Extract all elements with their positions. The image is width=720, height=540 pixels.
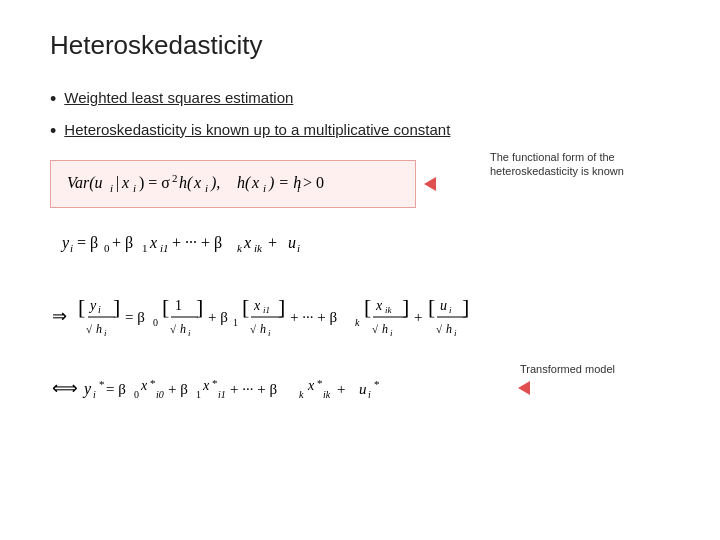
svg-text:i: i	[268, 328, 271, 338]
svg-text:h: h	[382, 322, 388, 336]
svg-text:> 0: > 0	[303, 174, 324, 191]
svg-text:[: [	[242, 294, 249, 319]
svg-text:),: ),	[210, 174, 220, 192]
svg-text:Var(u: Var(u	[67, 174, 103, 192]
equation-row-3: ⇒ [ y i √ h i ] = β 0	[50, 290, 670, 346]
equation-row-1: Var(u i | x i ) = σ 2 h( x i ), h( x i	[50, 160, 670, 208]
svg-text:[: [	[162, 294, 169, 319]
eq4-arrow	[518, 381, 530, 395]
svg-text:i: i	[390, 328, 393, 338]
svg-text:y: y	[88, 298, 97, 313]
svg-text:x: x	[193, 174, 201, 191]
svg-text:+ ··· + β: + ··· + β	[230, 381, 277, 397]
svg-text:√: √	[372, 323, 379, 335]
svg-text:+: +	[337, 381, 345, 397]
svg-text:i: i	[98, 304, 101, 315]
svg-text:+: +	[268, 234, 277, 251]
eq4-annotation: Transformed model	[520, 362, 670, 376]
svg-text:h(: h(	[237, 174, 252, 192]
svg-text:h(: h(	[179, 174, 194, 192]
svg-text:x: x	[243, 234, 251, 251]
svg-text:i: i	[297, 242, 300, 254]
bullet-item-2: Heteroskedasticity is known up to a mult…	[50, 121, 670, 143]
svg-text:*: *	[212, 377, 218, 389]
svg-text:|: |	[116, 174, 119, 192]
svg-text:i: i	[104, 328, 107, 338]
equation-row-4: ⟺ y i * = β 0 x * i0 + β 1 x * i1 +	[50, 368, 670, 408]
svg-text:[: [	[364, 294, 371, 319]
svg-text:h: h	[446, 322, 452, 336]
eq4-svg: ⟺ y i * = β 0 x * i0 + β 1 x * i1 +	[50, 368, 510, 404]
svg-text:*: *	[150, 377, 156, 389]
svg-text:x: x	[251, 174, 259, 191]
svg-text:x: x	[253, 298, 261, 313]
svg-text:i: i	[188, 328, 191, 338]
eq1-svg: Var(u i | x i ) = σ 2 h( x i ), h( x i	[63, 166, 403, 198]
svg-text:i: i	[449, 305, 452, 315]
svg-text:⟺: ⟺	[52, 378, 78, 398]
svg-text:2: 2	[172, 172, 178, 184]
svg-text:x: x	[307, 378, 315, 393]
svg-text:ik: ik	[385, 305, 393, 315]
slide-title: Heteroskedasticity	[50, 30, 670, 61]
svg-text:u: u	[359, 381, 367, 397]
svg-text:]: ]	[278, 294, 285, 319]
svg-text:i: i	[263, 182, 266, 194]
bullet-item-1: Weighted least squares estimation	[50, 89, 670, 111]
svg-text:k: k	[237, 242, 243, 254]
svg-text:x: x	[121, 174, 129, 191]
eq1-annotation: The functional form of the heteroskedast…	[490, 150, 670, 179]
eq2-math: y i = β 0 + β 1 x i1 + ··· + β k x ik + …	[60, 226, 440, 262]
svg-text:k: k	[299, 389, 304, 400]
svg-text:1: 1	[233, 317, 238, 328]
svg-text:0: 0	[104, 242, 110, 254]
svg-text:i: i	[454, 328, 457, 338]
eq2-svg: y i = β 0 + β 1 x i1 + ··· + β k x ik + …	[60, 226, 440, 258]
svg-text:u: u	[288, 234, 296, 251]
svg-text:y: y	[82, 380, 92, 398]
svg-text:√: √	[170, 323, 177, 335]
svg-text:i: i	[110, 182, 113, 194]
svg-text:+ ··· + β: + ··· + β	[290, 309, 337, 325]
svg-text:x: x	[140, 378, 148, 393]
svg-text:x: x	[375, 298, 383, 313]
svg-text:0: 0	[153, 317, 158, 328]
svg-text:*: *	[317, 377, 323, 389]
svg-text:i: i	[133, 182, 136, 194]
svg-text:= β: = β	[125, 309, 145, 325]
equation-row-2: y i = β 0 + β 1 x i1 + ··· + β k x ik + …	[50, 226, 670, 262]
svg-text:i1: i1	[160, 242, 169, 254]
svg-text:h: h	[260, 322, 266, 336]
svg-text:i: i	[297, 182, 300, 194]
svg-text:⇒: ⇒	[52, 306, 67, 326]
svg-text:*: *	[99, 378, 105, 390]
equation-1-box: Var(u i | x i ) = σ 2 h( x i ), h( x i	[50, 160, 416, 208]
svg-text:+: +	[414, 309, 422, 325]
svg-text:ik: ik	[323, 389, 331, 400]
eq3-svg: ⇒ [ y i √ h i ] = β 0	[50, 290, 670, 342]
svg-text:i: i	[70, 242, 73, 254]
svg-text:= β: = β	[106, 381, 126, 397]
svg-text:1: 1	[142, 242, 148, 254]
eq1-math: Var(u i | x i ) = σ 2 h( x i ), h( x i	[63, 166, 403, 202]
svg-text:= β: = β	[77, 234, 98, 252]
svg-text:i0: i0	[156, 389, 164, 400]
svg-text:]: ]	[462, 294, 469, 319]
svg-text:+ ··· + β: + ··· + β	[172, 234, 222, 252]
svg-text:]: ]	[402, 294, 409, 319]
svg-text:[: [	[78, 294, 85, 319]
svg-text:]: ]	[113, 294, 120, 319]
svg-text:]: ]	[196, 294, 203, 319]
svg-text:) = σ: ) = σ	[139, 174, 170, 192]
bullet-2-text: Heteroskedasticity is known up to a mult…	[64, 121, 450, 138]
svg-text:√: √	[86, 323, 93, 335]
equations-area: Var(u i | x i ) = σ 2 h( x i ), h( x i	[50, 160, 670, 408]
svg-text:i: i	[93, 389, 96, 400]
svg-text:√: √	[250, 323, 257, 335]
eq4-math: ⟺ y i * = β 0 x * i0 + β 1 x * i1 +	[50, 368, 510, 408]
svg-text:k: k	[355, 317, 360, 328]
svg-text:i: i	[205, 182, 208, 194]
svg-text:[: [	[428, 294, 435, 319]
eq1-arrow	[424, 177, 436, 191]
svg-text:+ β: + β	[168, 381, 188, 397]
